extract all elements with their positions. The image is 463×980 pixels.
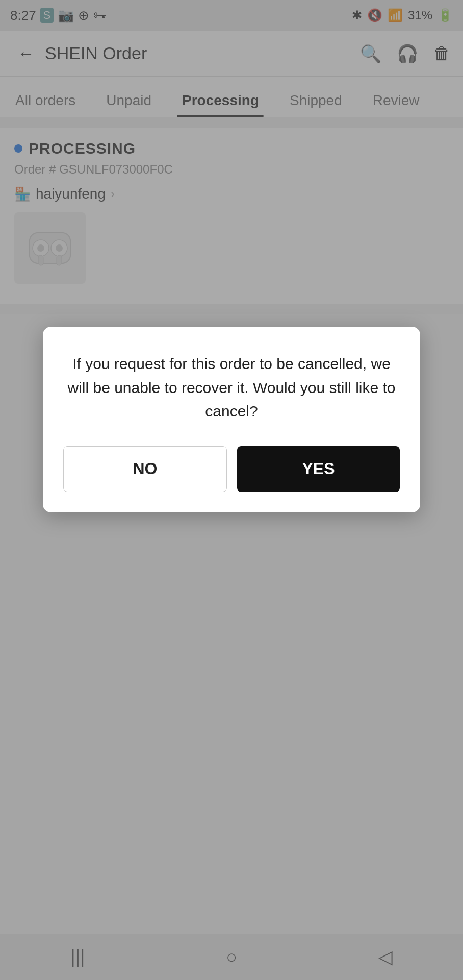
cancel-confirmation-dialog: If you request for this order to be canc… bbox=[43, 327, 420, 512]
dialog-message: If you request for this order to be canc… bbox=[63, 352, 400, 424]
dialog-buttons: NO YES bbox=[63, 446, 400, 492]
no-button[interactable]: NO bbox=[63, 446, 227, 492]
yes-button[interactable]: YES bbox=[237, 446, 400, 492]
